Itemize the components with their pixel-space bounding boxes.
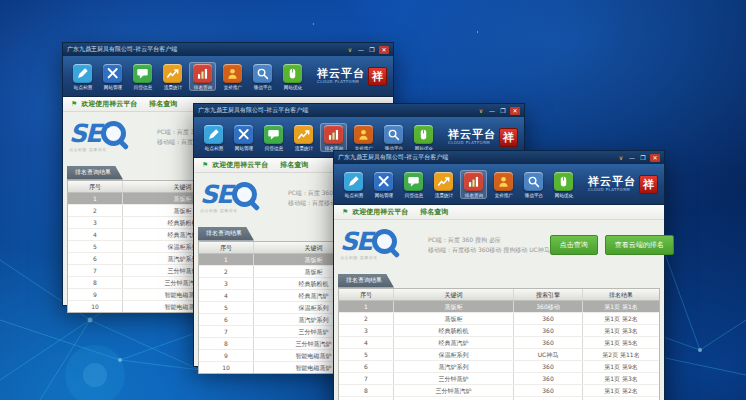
maximize-button[interactable]: ❐ (499, 107, 507, 115)
window-titlebar[interactable]: 广东九鼎王厨具有限公司-祥云平台客户端 ∨ — ❐ ✕ (63, 43, 393, 56)
toolbar-item-label: 排名查询 (193, 84, 211, 90)
toolbar-item-wechat-platform[interactable]: 微信平台 (520, 170, 547, 199)
view-cloud-rank-button[interactable]: 查看云端的排名 (605, 235, 674, 255)
query-button[interactable]: 点击查询 (550, 235, 598, 255)
welcome-text: 欢迎使用祥云平台 (81, 99, 137, 109)
maximize-button[interactable]: ❐ (368, 46, 376, 54)
traffic-chart-icon (163, 64, 182, 83)
column-header: 关键词 (394, 289, 514, 300)
table-row[interactable]: 6蒸汽炉系列360第1页 第9名 (339, 361, 659, 373)
flag-icon: ⚑ (71, 101, 77, 108)
table-cell: 360 (514, 385, 583, 396)
toolbar-item-traffic-stats[interactable]: 流量统计 (290, 123, 317, 152)
seo-logo: SE 点击刷新 查看排名 (340, 229, 424, 260)
toolbar-item-bid-promotion[interactable]: 竞价推广 (219, 62, 246, 91)
close-button[interactable]: ✕ (650, 154, 660, 162)
skin-button[interactable]: ∨ (617, 154, 625, 162)
table-cell: 5 (199, 302, 254, 313)
close-button[interactable]: ✕ (379, 46, 389, 54)
welcome-section-label: 排名查询 (420, 207, 448, 217)
window-controls: ∨ — ❐ ✕ (617, 154, 660, 162)
toolbar-item-qa-info[interactable]: 问答信息 (129, 62, 156, 91)
ranking-chart-icon (193, 64, 212, 83)
promotion-icon (494, 172, 513, 191)
toolbar-item-traffic-stats[interactable]: 流量统计 (430, 170, 457, 199)
table-cell: 第1页 第5名 (583, 337, 659, 348)
table-cell: 10 (199, 362, 254, 373)
toolbar-item-bid-promotion[interactable]: 竞价推广 (490, 170, 517, 199)
toolbar-item-traffic-stats[interactable]: 流量统计 (159, 62, 186, 91)
toolbar-item-qa-info[interactable]: 问答信息 (400, 170, 427, 199)
desktop-background: 广东九鼎王厨具有限公司-祥云平台客户端 ∨ — ❐ ✕ 站点检测网站管理问答信息… (0, 0, 746, 400)
toolbar-items: 站点检测网站管理问答信息流量统计排名查询竞价推广微信平台网站优化 (200, 123, 445, 152)
seo-logo-text: SE (69, 121, 100, 146)
toolbar-item-site-manage[interactable]: 网站管理 (230, 123, 257, 152)
minimize-button[interactable]: — (488, 107, 496, 115)
skin-button[interactable]: ∨ (477, 107, 485, 115)
toolbar-item-label: 问答信息 (133, 84, 151, 90)
table-cell: 360 (514, 361, 583, 372)
brand-logo: 祥 (499, 128, 518, 147)
toolbar-item-label: 网站优化 (554, 192, 572, 198)
toolbar-item-site-check[interactable]: 站点检测 (340, 170, 367, 199)
engine-line-mobile: 移动端：百度移动 360移动 搜狗移动 UC神马 (428, 245, 550, 255)
tab-ranking-results[interactable]: 排名查询结果 (67, 166, 123, 180)
table-cell: 第1页 第9名 (583, 361, 659, 372)
toolbar-item-site-check[interactable]: 站点检测 (69, 62, 96, 91)
table-cell: 9 (199, 350, 254, 361)
toolbar-item-site-manage[interactable]: 网站管理 (370, 170, 397, 199)
table-row[interactable]: 1蒸饭柜360移动第1页 第1名 (339, 301, 659, 313)
toolbar-item-rank-query[interactable]: 排名查询 (320, 123, 347, 152)
flag-icon: ⚑ (342, 209, 348, 216)
toolbar-item-site-optimize[interactable]: 网站优化 (279, 62, 306, 91)
skin-button[interactable]: ∨ (346, 46, 354, 54)
table-cell: 8 (68, 277, 123, 288)
minimize-button[interactable]: — (357, 46, 365, 54)
brand-logo: 祥 (639, 175, 658, 194)
table-cell: 3 (339, 325, 394, 336)
main-toolbar: 站点检测网站管理问答信息流量统计排名查询竞价推广微信平台网站优化 祥云平台 CL… (63, 56, 393, 97)
message-icon (133, 64, 152, 83)
table-row[interactable]: 3经典肠粉机360第1页 第3名 (339, 325, 659, 337)
main-toolbar: 站点检测网站管理问答信息流量统计排名查询竞价推广微信平台网站优化 祥云平台 CL… (334, 164, 664, 205)
close-button[interactable]: ✕ (510, 107, 520, 115)
table-cell: 360 (514, 373, 583, 384)
column-header: 搜索引擎 (514, 289, 583, 300)
column-header: 序号 (68, 181, 123, 192)
table-header: 序号关键词搜索引擎排名结果 (339, 289, 659, 301)
toolbar-item-label: 网站管理 (103, 84, 121, 90)
tab-ranking-results[interactable]: 排名查询结果 (338, 274, 394, 288)
window-titlebar[interactable]: 广东九鼎王厨具有限公司-祥云平台客户端 ∨ — ❐ ✕ (334, 151, 664, 164)
seo-logo-caption: 点击刷新 查看排名 (340, 255, 424, 260)
toolbar-item-site-check[interactable]: 站点检测 (200, 123, 227, 152)
toolbar-item-bid-promotion[interactable]: 竞价推广 (350, 123, 377, 152)
table-cell: 蒸饭柜 (394, 301, 514, 312)
table-row[interactable]: 8三分钟蒸汽炉360第1页 第2名 (339, 385, 659, 397)
toolbar-item-site-optimize[interactable]: 网站优化 (550, 170, 577, 199)
toolbar-item-label: 问答信息 (264, 145, 282, 151)
minimize-button[interactable]: — (628, 154, 636, 162)
table-row[interactable]: 4经典蒸汽炉360第1页 第5名 (339, 337, 659, 349)
table-row[interactable]: 7三分钟蒸炉360第1页 第3名 (339, 373, 659, 385)
window-controls: ∨ — ❐ ✕ (477, 107, 520, 115)
toolbar-item-site-manage[interactable]: 网站管理 (99, 62, 126, 91)
table-row[interactable]: 9智能电磁蒸炉搜狗第1页 第3名 (339, 397, 659, 400)
toolbar-item-label: 站点检测 (204, 145, 222, 151)
table-row[interactable]: 5保温柜系列UC神马第2页 第11名 (339, 349, 659, 361)
wechat-platform-icon (524, 172, 543, 191)
toolbar-item-rank-query[interactable]: 排名查询 (189, 62, 216, 91)
toolbar-item-qa-info[interactable]: 问答信息 (260, 123, 287, 152)
window-titlebar[interactable]: 广东九鼎王厨具有限公司-祥云平台客户端 ∨ — ❐ ✕ (194, 104, 524, 117)
toolbar-item-wechat-platform[interactable]: 微信平台 (380, 123, 407, 152)
traffic-chart-icon (434, 172, 453, 191)
seo-logo-caption: 点击刷新 查看排名 (69, 147, 153, 152)
toolbar-item-rank-query[interactable]: 排名查询 (460, 170, 487, 199)
table-cell: 2 (199, 266, 254, 277)
table-row[interactable]: 2蒸饭柜360第1页 第2名 (339, 313, 659, 325)
toolbar-item-wechat-platform[interactable]: 微信平台 (249, 62, 276, 91)
toolbar-item-site-optimize[interactable]: 网站优化 (410, 123, 437, 152)
seo-logo-text: SE (340, 229, 371, 254)
tab-ranking-results[interactable]: 排名查询结果 (198, 227, 254, 241)
maximize-button[interactable]: ❐ (639, 154, 647, 162)
brand-subtitle: CLOUD PLATFORM (317, 79, 365, 84)
